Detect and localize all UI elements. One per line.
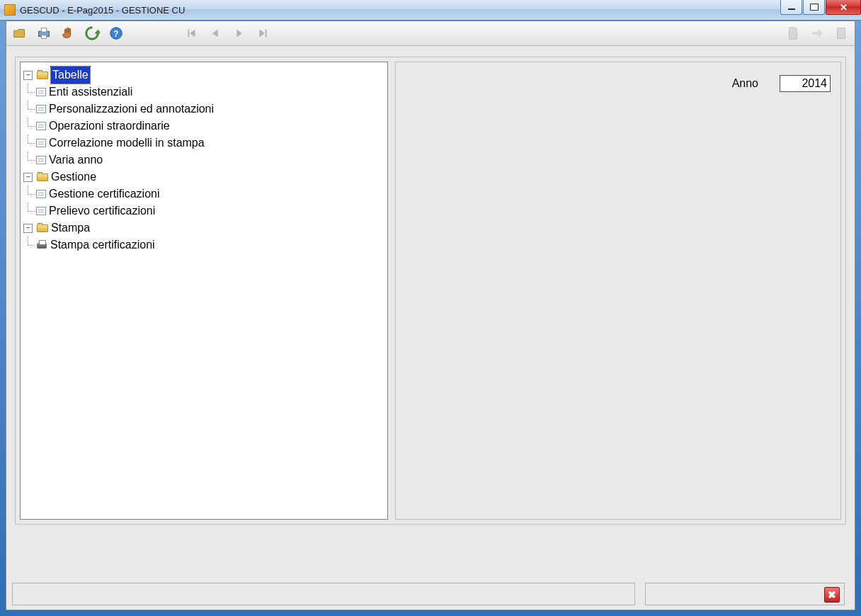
status-bar: ✖: [12, 583, 845, 604]
leaf-icon: [36, 156, 46, 164]
svg-text:?: ?: [113, 29, 118, 39]
status-left: [12, 583, 635, 605]
status-right: ✖: [645, 583, 845, 605]
panel-group: − Tabelle Enti assistenziali Personalizz…: [15, 57, 846, 525]
folder-icon: [37, 172, 48, 182]
tree-node-stampa[interactable]: − Stampa: [23, 219, 384, 236]
window-title: GESCUD - E-Pag2015 - GESTIONE CU: [20, 5, 185, 16]
leaf-icon: [36, 88, 46, 96]
tree-node-gestione[interactable]: − Gestione: [23, 169, 384, 186]
tree-label: Personalizzazioni ed annotazioni: [49, 101, 214, 118]
refresh-button[interactable]: [81, 23, 103, 44]
last-icon: [256, 25, 271, 41]
tree-leaf-varia-anno[interactable]: Varia anno: [36, 152, 384, 169]
svg-rect-1: [41, 28, 46, 33]
tree-leaf-stampa-cert[interactable]: Stampa certificazioni: [36, 236, 384, 253]
open-button[interactable]: [9, 23, 30, 44]
tree-label: Enti assistenziali: [49, 84, 132, 101]
tree-label: Operazioni straordinarie: [49, 118, 170, 135]
nav-first-button[interactable]: [181, 23, 202, 44]
content-wrap: − Tabelle Enti assistenziali Personalizz…: [15, 57, 846, 525]
tree-leaf-enti[interactable]: Enti assistenziali: [36, 84, 384, 101]
tree-leaf-operazioni[interactable]: Operazioni straordinarie: [36, 118, 384, 135]
collapse-icon[interactable]: −: [23, 173, 33, 182]
folder-icon: [37, 223, 48, 233]
status-close-button[interactable]: ✖: [824, 587, 840, 603]
document-icon: [785, 25, 801, 41]
toolbar: ?: [6, 21, 855, 46]
prev-icon: [207, 25, 223, 41]
tree-label: Stampa: [51, 219, 90, 236]
leaf-icon: [36, 190, 46, 198]
arrow-right-icon: [809, 25, 825, 41]
folder-icon: [37, 70, 48, 80]
tree-label: Gestione certificazioni: [49, 186, 160, 203]
window-buttons: ✕: [780, 0, 861, 14]
tree-panel[interactable]: − Tabelle Enti assistenziali Personalizz…: [20, 62, 388, 520]
tree-label: Gestione: [51, 169, 96, 186]
hand-icon: [60, 25, 76, 41]
anno-field[interactable]: 2014: [780, 75, 831, 92]
printer-icon: [36, 240, 47, 250]
tree-leaf-prelievo-cert[interactable]: Prelievo certificazioni: [36, 203, 384, 219]
tree-label: Stampa certificazioni: [50, 236, 155, 253]
collapse-icon[interactable]: −: [23, 224, 33, 233]
refresh-icon: [84, 25, 100, 41]
leaf-icon: [36, 122, 46, 130]
doc-button-3[interactable]: [831, 23, 852, 44]
tree-leaf-correlazione[interactable]: Correlazione modelli in stampa: [36, 135, 384, 152]
tree-label: Tabelle: [51, 67, 90, 84]
tree-label: Correlazione modelli in stampa: [49, 135, 205, 152]
leaf-icon: [36, 105, 46, 113]
next-icon: [232, 25, 247, 41]
client-area: ?: [6, 21, 855, 610]
nav-next-button[interactable]: [229, 23, 250, 44]
tree-leaf-gestione-cert[interactable]: Gestione certificazioni: [36, 186, 384, 203]
leaf-icon: [36, 207, 46, 215]
detail-panel: Anno 2014: [395, 62, 841, 520]
svg-rect-5: [838, 28, 845, 39]
svg-rect-2: [41, 35, 46, 39]
maximize-button[interactable]: [803, 0, 825, 15]
bottom-area: ✖: [6, 533, 855, 610]
help-icon: ?: [108, 25, 124, 41]
collapse-icon[interactable]: −: [23, 71, 33, 80]
anno-label: Anno: [732, 77, 758, 90]
doc-button-2[interactable]: [806, 23, 828, 44]
titlebar[interactable]: GESCUD - E-Pag2015 - GESTIONE CU ✕: [0, 0, 861, 21]
app-icon: [4, 4, 16, 16]
minimize-button[interactable]: [780, 0, 802, 15]
nav-prev-button[interactable]: [205, 23, 226, 44]
print-button[interactable]: [33, 23, 55, 44]
close-button[interactable]: ✕: [826, 0, 861, 15]
first-icon: [183, 25, 199, 41]
tree-leaf-personalizzazioni[interactable]: Personalizzazioni ed annotazioni: [36, 101, 384, 118]
copy-button[interactable]: [57, 23, 79, 44]
printer-icon: [36, 25, 52, 41]
doc-button-1[interactable]: [782, 23, 804, 44]
leaf-icon: [36, 139, 46, 147]
nav-last-button[interactable]: [253, 23, 274, 44]
tree-label: Varia anno: [49, 152, 103, 169]
help-button[interactable]: ?: [106, 23, 127, 44]
page-icon: [833, 25, 849, 41]
folder-open-icon: [12, 25, 28, 41]
tree-node-tabelle[interactable]: − Tabelle: [23, 67, 384, 84]
window-frame: GESCUD - E-Pag2015 - GESTIONE CU ✕ ?: [0, 0, 861, 616]
tree-label: Prelievo certificazioni: [49, 203, 155, 219]
